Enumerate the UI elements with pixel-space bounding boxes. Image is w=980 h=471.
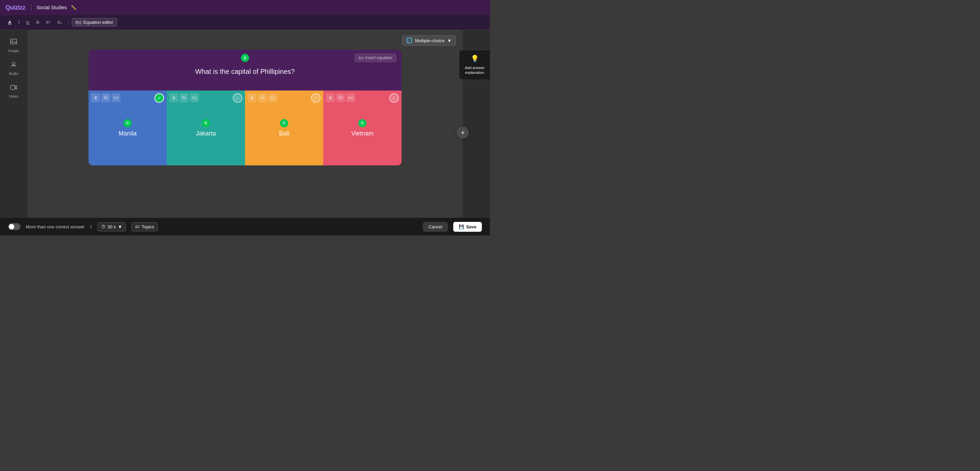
- time-chevron-icon: ▼: [118, 224, 122, 229]
- underline-button[interactable]: U: [24, 18, 32, 27]
- multiple-choice-icon: ✓: [407, 38, 412, 43]
- italic-button[interactable]: I: [15, 18, 22, 27]
- left-sidebar: Image Audio Video: [0, 30, 27, 236]
- video-tool[interactable]: Video: [3, 81, 24, 101]
- formatting-toolbar: A I U S X² X₁ f(x) Equation editor: [0, 15, 490, 30]
- explanation-panel[interactable]: 💡 Add answer explanation: [460, 50, 490, 79]
- bottom-bar: More than one correct answer ℹ ⏱ 30 s ▼ …: [0, 218, 490, 236]
- center-content: ✓ Multiple-choice ▼ f(x) Insert equation…: [27, 30, 463, 236]
- answer-2-grammarly: G: [202, 119, 210, 127]
- answer-3-delete-button[interactable]: 🗑: [248, 93, 256, 102]
- audio-label: Audio: [9, 72, 18, 76]
- answer-2-check[interactable]: ✓: [233, 93, 242, 103]
- svg-point-10: [261, 97, 262, 97]
- bold-button[interactable]: A: [5, 18, 14, 27]
- answer-3-grammarly: G: [280, 119, 288, 127]
- main-area: Image Audio Video: [0, 30, 490, 236]
- toolbar-divider: [68, 19, 68, 26]
- nav-divider: [31, 4, 31, 11]
- answer-4-image-button[interactable]: [336, 93, 345, 102]
- dropdown-chevron-icon: ▼: [447, 38, 452, 43]
- quiz-title: Social Studies: [37, 5, 67, 10]
- svg-rect-4: [11, 86, 15, 89]
- equation-editor-button[interactable]: f(x) Equation editor: [72, 18, 117, 27]
- answer-3-image-button[interactable]: [258, 93, 267, 102]
- answer-card-2[interactable]: 🗑 f(x) ✓ G Jakarta: [167, 91, 245, 165]
- question-type-dropdown[interactable]: ✓ Multiple-choice ▼: [402, 35, 456, 46]
- toggle-label: More than one correct answer: [26, 224, 85, 229]
- answer-4-formula-button[interactable]: f(x): [347, 93, 355, 102]
- topics-label: Topics: [142, 224, 154, 229]
- audio-tool[interactable]: Audio: [3, 58, 24, 78]
- answer-1-grammarly: G: [124, 119, 132, 127]
- answer-3-check[interactable]: ✓: [311, 93, 321, 103]
- info-icon[interactable]: ℹ: [90, 224, 92, 229]
- answer-1-toolbar: 🗑 f(x): [91, 93, 121, 102]
- video-icon: [10, 84, 18, 93]
- video-label: Video: [9, 94, 18, 99]
- answer-1-formula-button[interactable]: f(x): [111, 93, 121, 102]
- top-nav: Quizizz Social Studies ✏️: [0, 0, 490, 15]
- cancel-button[interactable]: Cancel: [423, 222, 447, 232]
- svg-rect-3: [13, 65, 14, 66]
- grammarly-indicator: G: [241, 54, 249, 62]
- answer-4-text[interactable]: Vietnam: [351, 130, 374, 137]
- answer-1-check[interactable]: ✓: [154, 93, 164, 103]
- time-button[interactable]: ⏱ 30 s ▼: [97, 222, 126, 231]
- answer-4-grammarly: G: [358, 119, 366, 127]
- answer-card-3[interactable]: 🗑 f(x) ✓ G Bali: [245, 91, 323, 165]
- topics-button[interactable]: 🏷 Topics: [131, 222, 158, 231]
- answer-2-delete-button[interactable]: 🗑: [169, 93, 178, 102]
- question-type-label: Multiple-choice: [415, 38, 444, 43]
- answer-1-text[interactable]: Manila: [118, 130, 137, 137]
- answer-card-4[interactable]: 🗑 f(x) ✓ G Vietnam: [323, 91, 401, 165]
- tag-icon: 🏷: [135, 224, 140, 229]
- explanation-text: Add answer explanation: [462, 65, 487, 75]
- save-label: Save: [466, 224, 476, 229]
- image-label: Image: [8, 49, 19, 53]
- save-icon: 💾: [459, 224, 464, 229]
- equation-formula-icon: f(x): [359, 56, 364, 60]
- answer-4-delete-button[interactable]: 🗑: [326, 93, 335, 102]
- answer-card-1[interactable]: 🗑 f(x) ✓ G Manila: [89, 91, 167, 165]
- multiple-correct-toggle[interactable]: [8, 223, 21, 230]
- timer-icon: ⏱: [101, 224, 105, 229]
- lightbulb-icon: 💡: [471, 54, 479, 63]
- question-text[interactable]: What is the capital of Phillipines?: [195, 68, 295, 76]
- strikethrough-button[interactable]: S: [33, 18, 42, 27]
- save-button[interactable]: 💾 Save: [453, 222, 482, 232]
- edit-title-icon[interactable]: ✏️: [71, 5, 76, 10]
- image-tool[interactable]: Image: [3, 35, 24, 56]
- svg-point-8: [183, 97, 184, 97]
- answer-3-toolbar: 🗑 f(x): [248, 93, 277, 102]
- app-logo: Quizizz: [5, 4, 25, 11]
- answer-2-text[interactable]: Jakarta: [196, 130, 216, 137]
- svg-point-12: [340, 97, 340, 97]
- insert-equation-button[interactable]: f(x) Insert equation: [355, 54, 396, 62]
- answer-1-delete-button[interactable]: 🗑: [91, 93, 100, 102]
- svg-rect-0: [11, 39, 17, 44]
- audio-icon: [10, 61, 18, 70]
- question-card: f(x) Insert equation G What is the capit…: [89, 50, 401, 165]
- add-answer-button[interactable]: +: [457, 127, 469, 139]
- subscript-button[interactable]: X₁: [54, 18, 65, 27]
- svg-point-6: [105, 97, 105, 97]
- answer-3-formula-button[interactable]: f(x): [268, 93, 277, 102]
- time-label: 30 s: [108, 224, 116, 229]
- answer-1-image-button[interactable]: [102, 93, 110, 102]
- answer-2-toolbar: 🗑 f(x): [169, 93, 199, 102]
- question-type-bar: ✓ Multiple-choice ▼: [34, 35, 456, 46]
- answer-3-text[interactable]: Bali: [279, 130, 289, 137]
- answer-2-image-button[interactable]: [180, 93, 189, 102]
- answer-4-toolbar: 🗑 f(x): [326, 93, 355, 102]
- svg-point-1: [12, 40, 13, 41]
- svg-point-2: [12, 62, 15, 65]
- right-sidebar: + 💡 Add answer explanation: [463, 30, 490, 236]
- answer-4-check[interactable]: ✓: [389, 93, 399, 103]
- answers-grid: 🗑 f(x) ✓ G Manila: [89, 91, 401, 165]
- image-icon: [10, 38, 18, 47]
- question-area[interactable]: f(x) Insert equation G What is the capit…: [89, 50, 401, 91]
- superscript-button[interactable]: X²: [43, 18, 53, 27]
- answer-2-formula-button[interactable]: f(x): [190, 93, 199, 102]
- equation-icon: f(x): [76, 20, 81, 25]
